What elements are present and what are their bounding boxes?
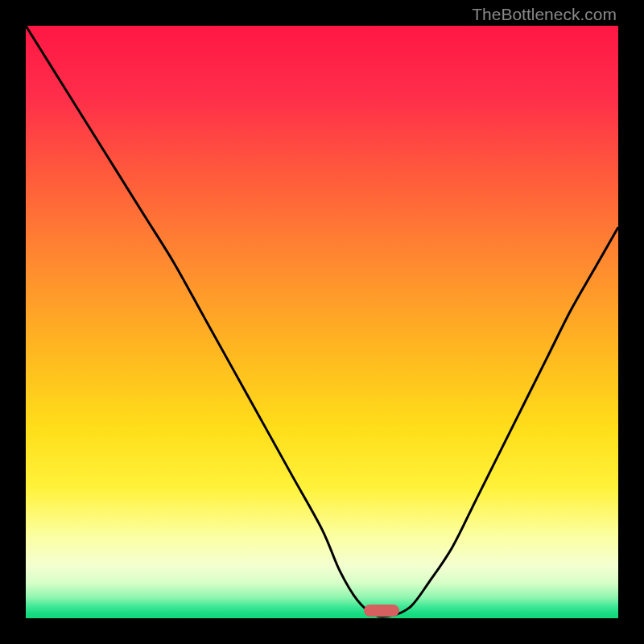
curve-line bbox=[26, 26, 618, 618]
bottleneck-chart: TheBottleneck.com bbox=[0, 0, 644, 644]
watermark-text: TheBottleneck.com bbox=[472, 5, 617, 24]
plot-area bbox=[26, 26, 618, 618]
optimal-marker bbox=[364, 605, 399, 617]
